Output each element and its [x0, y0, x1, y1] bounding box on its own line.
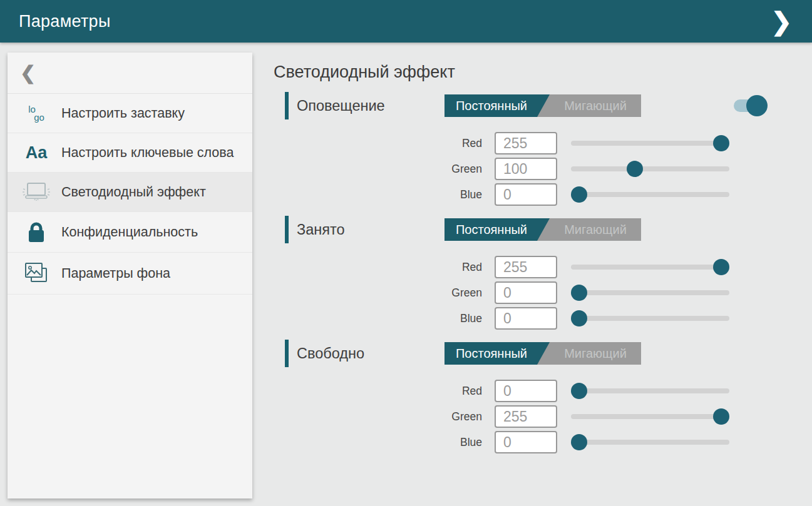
- red-value-input[interactable]: [495, 380, 557, 402]
- forward-chevron-icon[interactable]: ❯: [767, 0, 796, 43]
- red-label: Red: [438, 261, 495, 274]
- mode-constant-button[interactable]: Постоянный: [445, 342, 550, 365]
- green-value-input[interactable]: [495, 158, 557, 180]
- sidebar-item-label: Настроить ключевые слова: [61, 144, 234, 161]
- green-value-input[interactable]: [495, 281, 557, 304]
- slider-thumb[interactable]: [571, 310, 587, 326]
- sidebar-item-label: Настроить заставку: [61, 105, 185, 121]
- section-title: Занято: [297, 221, 345, 238]
- mode-toggle-group: Постоянный Мигающий: [445, 218, 641, 241]
- settings-sidebar: ❮ logo Настроить заставку Aa Настроить к…: [8, 53, 252, 498]
- slider-track: [571, 166, 729, 171]
- section-free: Свободно Постоянный Мигающий Red Green: [274, 340, 812, 453]
- slider-thumb[interactable]: [571, 434, 587, 450]
- rgb-row-red: Red: [438, 380, 812, 402]
- blue-slider[interactable]: [571, 307, 729, 330]
- slider-track: [571, 440, 729, 445]
- red-slider[interactable]: [571, 256, 729, 278]
- sidebar-item-led-effect[interactable]: Светодиодный эффект: [8, 173, 252, 212]
- section-accent-bar: [285, 216, 289, 243]
- mode-toggle-group: Постоянный Мигающий: [445, 342, 641, 365]
- slider-thumb[interactable]: [713, 135, 729, 151]
- sidebar-item-screensaver[interactable]: logo Настроить заставку: [8, 94, 252, 133]
- red-slider[interactable]: [571, 132, 729, 154]
- blue-label: Blue: [438, 436, 495, 449]
- led-effect-icon: [21, 181, 51, 203]
- mode-toggle-group: Постоянный Мигающий: [445, 94, 641, 117]
- section-title: Свободно: [297, 345, 364, 362]
- blue-slider[interactable]: [571, 431, 729, 453]
- page-title: Светодиодный эффект: [274, 63, 812, 82]
- mode-blinking-button[interactable]: Мигающий: [550, 342, 641, 365]
- section-accent-bar: [285, 92, 289, 119]
- logo-icon: logo: [21, 105, 51, 121]
- section-busy: Занято Постоянный Мигающий Red Green: [274, 216, 812, 330]
- slider-track: [571, 316, 729, 321]
- sidebar-back-button[interactable]: ❮: [8, 53, 252, 94]
- sidebar-item-label: Конфиденциальность: [61, 224, 198, 240]
- slider-thumb[interactable]: [713, 259, 729, 275]
- green-slider[interactable]: [571, 405, 729, 428]
- section-alert: Оповещение Постоянный Мигающий Red Green: [274, 92, 812, 206]
- green-slider[interactable]: [571, 281, 729, 304]
- blue-label: Blue: [438, 312, 495, 325]
- alert-enabled-switch[interactable]: [734, 99, 761, 112]
- rgb-row-green: Green: [438, 281, 812, 304]
- green-label: Green: [438, 286, 495, 300]
- red-label: Red: [438, 385, 495, 398]
- sidebar-item-keywords[interactable]: Aa Настроить ключевые слова: [8, 133, 252, 173]
- section-accent-bar: [285, 340, 289, 367]
- slider-thumb[interactable]: [571, 285, 587, 301]
- red-slider[interactable]: [571, 380, 729, 402]
- red-value-input[interactable]: [495, 132, 557, 154]
- sidebar-item-label: Параметры фона: [61, 265, 170, 281]
- sidebar-item-privacy[interactable]: Конфиденциальность: [8, 212, 252, 253]
- blue-label: Blue: [438, 188, 495, 201]
- keywords-icon: Aa: [21, 143, 51, 163]
- red-value-input[interactable]: [495, 256, 557, 278]
- blue-value-input[interactable]: [495, 183, 557, 206]
- blue-value-input[interactable]: [495, 431, 557, 453]
- rgb-row-blue: Blue: [438, 307, 812, 330]
- blue-slider[interactable]: [571, 183, 729, 206]
- lock-icon: [21, 220, 51, 244]
- sidebar-item-label: Светодиодный эффект: [61, 184, 206, 200]
- led-effect-panel: Светодиодный эффект Оповещение Постоянны…: [274, 43, 812, 457]
- slider-track: [571, 290, 729, 295]
- mode-blinking-button[interactable]: Мигающий: [550, 94, 641, 117]
- slider-track: [571, 141, 729, 146]
- rgb-row-blue: Blue: [438, 183, 812, 206]
- slider-track: [571, 265, 729, 270]
- slider-thumb[interactable]: [571, 383, 587, 399]
- slider-track: [571, 388, 729, 393]
- slider-thumb[interactable]: [571, 186, 587, 203]
- rgb-row-red: Red: [438, 256, 812, 278]
- green-value-input[interactable]: [495, 405, 557, 428]
- rgb-row-green: Green: [438, 405, 812, 428]
- switch-knob: [746, 95, 768, 116]
- slider-track: [571, 414, 729, 419]
- mode-blinking-button[interactable]: Мигающий: [550, 218, 641, 241]
- mode-constant-button[interactable]: Постоянный: [445, 218, 550, 241]
- rgb-row-red: Red: [438, 132, 812, 154]
- rgb-row-blue: Blue: [438, 431, 812, 453]
- background-icon: [21, 261, 51, 286]
- blue-value-input[interactable]: [495, 307, 557, 330]
- page-header-title: Параметры: [19, 12, 111, 31]
- slider-track: [571, 192, 729, 197]
- rgb-row-green: Green: [438, 158, 812, 180]
- section-title: Оповещение: [297, 98, 385, 114]
- mode-constant-button[interactable]: Постоянный: [445, 94, 550, 117]
- back-chevron-icon: ❮: [20, 62, 36, 84]
- green-slider[interactable]: [571, 158, 729, 180]
- slider-thumb[interactable]: [627, 161, 643, 177]
- slider-thumb[interactable]: [713, 408, 729, 425]
- app-header: Параметры ❯: [0, 0, 812, 43]
- red-label: Red: [438, 137, 495, 150]
- green-label: Green: [438, 163, 495, 176]
- green-label: Green: [438, 410, 495, 423]
- sidebar-item-background[interactable]: Параметры фона: [8, 253, 252, 295]
